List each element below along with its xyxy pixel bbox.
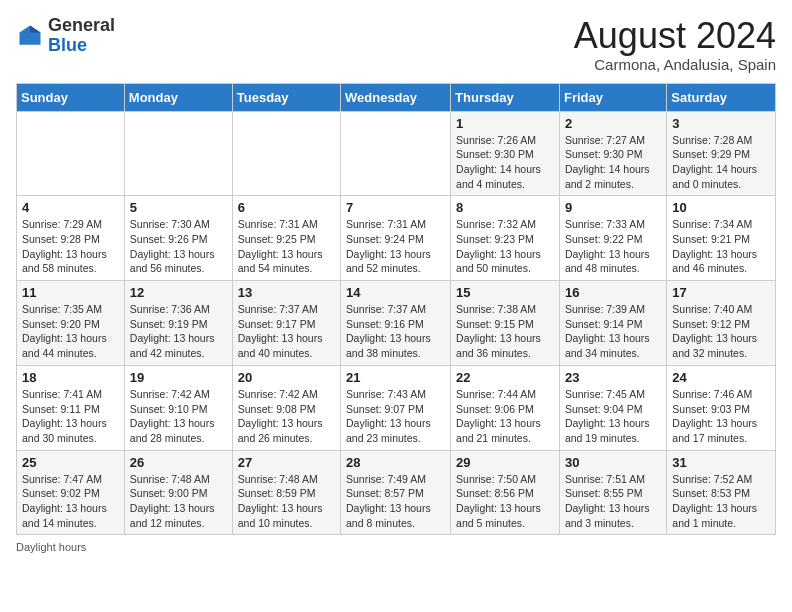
calendar-cell: 7Sunrise: 7:31 AMSunset: 9:24 PMDaylight… — [341, 196, 451, 281]
calendar-week-row: 1Sunrise: 7:26 AMSunset: 9:30 PMDaylight… — [17, 111, 776, 196]
day-number: 25 — [22, 455, 119, 470]
day-info: Sunrise: 7:33 AMSunset: 9:22 PMDaylight:… — [565, 217, 661, 276]
logo-blue: Blue — [48, 35, 87, 55]
day-info: Sunrise: 7:37 AMSunset: 9:16 PMDaylight:… — [346, 302, 445, 361]
calendar-cell: 14Sunrise: 7:37 AMSunset: 9:16 PMDayligh… — [341, 281, 451, 366]
day-number: 28 — [346, 455, 445, 470]
calendar-cell: 15Sunrise: 7:38 AMSunset: 9:15 PMDayligh… — [451, 281, 560, 366]
day-number: 31 — [672, 455, 770, 470]
weekday-header-row: SundayMondayTuesdayWednesdayThursdayFrid… — [17, 83, 776, 111]
day-info: Sunrise: 7:32 AMSunset: 9:23 PMDaylight:… — [456, 217, 554, 276]
calendar-cell: 4Sunrise: 7:29 AMSunset: 9:28 PMDaylight… — [17, 196, 125, 281]
day-number: 7 — [346, 200, 445, 215]
day-number: 16 — [565, 285, 661, 300]
page-header: General Blue August 2024 Carmona, Andalu… — [16, 16, 776, 73]
day-info: Sunrise: 7:28 AMSunset: 9:29 PMDaylight:… — [672, 133, 770, 192]
day-info: Sunrise: 7:42 AMSunset: 9:08 PMDaylight:… — [238, 387, 335, 446]
calendar-week-row: 18Sunrise: 7:41 AMSunset: 9:11 PMDayligh… — [17, 365, 776, 450]
day-info: Sunrise: 7:40 AMSunset: 9:12 PMDaylight:… — [672, 302, 770, 361]
calendar-cell — [232, 111, 340, 196]
svg-marker-1 — [30, 25, 41, 32]
calendar-cell: 26Sunrise: 7:48 AMSunset: 9:00 PMDayligh… — [124, 450, 232, 535]
day-number: 24 — [672, 370, 770, 385]
day-number: 9 — [565, 200, 661, 215]
day-info: Sunrise: 7:48 AMSunset: 9:00 PMDaylight:… — [130, 472, 227, 531]
day-info: Sunrise: 7:52 AMSunset: 8:53 PMDaylight:… — [672, 472, 770, 531]
month-year-title: August 2024 — [574, 16, 776, 56]
day-number: 12 — [130, 285, 227, 300]
day-number: 29 — [456, 455, 554, 470]
day-number: 14 — [346, 285, 445, 300]
day-info: Sunrise: 7:27 AMSunset: 9:30 PMDaylight:… — [565, 133, 661, 192]
day-info: Sunrise: 7:31 AMSunset: 9:24 PMDaylight:… — [346, 217, 445, 276]
calendar-cell: 30Sunrise: 7:51 AMSunset: 8:55 PMDayligh… — [559, 450, 666, 535]
day-info: Sunrise: 7:41 AMSunset: 9:11 PMDaylight:… — [22, 387, 119, 446]
calendar-cell: 10Sunrise: 7:34 AMSunset: 9:21 PMDayligh… — [667, 196, 776, 281]
day-number: 22 — [456, 370, 554, 385]
day-number: 3 — [672, 116, 770, 131]
day-info: Sunrise: 7:26 AMSunset: 9:30 PMDaylight:… — [456, 133, 554, 192]
calendar-cell: 22Sunrise: 7:44 AMSunset: 9:06 PMDayligh… — [451, 365, 560, 450]
day-info: Sunrise: 7:44 AMSunset: 9:06 PMDaylight:… — [456, 387, 554, 446]
weekday-header-tuesday: Tuesday — [232, 83, 340, 111]
calendar-cell: 12Sunrise: 7:36 AMSunset: 9:19 PMDayligh… — [124, 281, 232, 366]
day-info: Sunrise: 7:39 AMSunset: 9:14 PMDaylight:… — [565, 302, 661, 361]
title-block: August 2024 Carmona, Andalusia, Spain — [574, 16, 776, 73]
day-info: Sunrise: 7:49 AMSunset: 8:57 PMDaylight:… — [346, 472, 445, 531]
day-number: 19 — [130, 370, 227, 385]
calendar-table: SundayMondayTuesdayWednesdayThursdayFrid… — [16, 83, 776, 536]
calendar-cell: 27Sunrise: 7:48 AMSunset: 8:59 PMDayligh… — [232, 450, 340, 535]
calendar-cell — [341, 111, 451, 196]
calendar-cell: 11Sunrise: 7:35 AMSunset: 9:20 PMDayligh… — [17, 281, 125, 366]
calendar-cell: 16Sunrise: 7:39 AMSunset: 9:14 PMDayligh… — [559, 281, 666, 366]
day-number: 8 — [456, 200, 554, 215]
calendar-week-row: 11Sunrise: 7:35 AMSunset: 9:20 PMDayligh… — [17, 281, 776, 366]
calendar-cell: 21Sunrise: 7:43 AMSunset: 9:07 PMDayligh… — [341, 365, 451, 450]
calendar-cell: 19Sunrise: 7:42 AMSunset: 9:10 PMDayligh… — [124, 365, 232, 450]
calendar-cell: 25Sunrise: 7:47 AMSunset: 9:02 PMDayligh… — [17, 450, 125, 535]
logo-text: General Blue — [48, 16, 115, 56]
logo-icon — [16, 22, 44, 50]
day-info: Sunrise: 7:37 AMSunset: 9:17 PMDaylight:… — [238, 302, 335, 361]
weekday-header-sunday: Sunday — [17, 83, 125, 111]
day-info: Sunrise: 7:29 AMSunset: 9:28 PMDaylight:… — [22, 217, 119, 276]
day-number: 23 — [565, 370, 661, 385]
weekday-header-friday: Friday — [559, 83, 666, 111]
day-number: 11 — [22, 285, 119, 300]
calendar-week-row: 4Sunrise: 7:29 AMSunset: 9:28 PMDaylight… — [17, 196, 776, 281]
calendar-week-row: 25Sunrise: 7:47 AMSunset: 9:02 PMDayligh… — [17, 450, 776, 535]
calendar-cell — [17, 111, 125, 196]
calendar-cell: 9Sunrise: 7:33 AMSunset: 9:22 PMDaylight… — [559, 196, 666, 281]
calendar-cell: 8Sunrise: 7:32 AMSunset: 9:23 PMDaylight… — [451, 196, 560, 281]
day-number: 4 — [22, 200, 119, 215]
calendar-cell: 5Sunrise: 7:30 AMSunset: 9:26 PMDaylight… — [124, 196, 232, 281]
calendar-cell: 3Sunrise: 7:28 AMSunset: 9:29 PMDaylight… — [667, 111, 776, 196]
day-info: Sunrise: 7:36 AMSunset: 9:19 PMDaylight:… — [130, 302, 227, 361]
calendar-cell: 17Sunrise: 7:40 AMSunset: 9:12 PMDayligh… — [667, 281, 776, 366]
day-info: Sunrise: 7:30 AMSunset: 9:26 PMDaylight:… — [130, 217, 227, 276]
day-info: Sunrise: 7:47 AMSunset: 9:02 PMDaylight:… — [22, 472, 119, 531]
day-number: 26 — [130, 455, 227, 470]
day-info: Sunrise: 7:38 AMSunset: 9:15 PMDaylight:… — [456, 302, 554, 361]
calendar-cell: 13Sunrise: 7:37 AMSunset: 9:17 PMDayligh… — [232, 281, 340, 366]
day-number: 5 — [130, 200, 227, 215]
day-number: 21 — [346, 370, 445, 385]
weekday-header-saturday: Saturday — [667, 83, 776, 111]
logo: General Blue — [16, 16, 115, 56]
calendar-cell: 6Sunrise: 7:31 AMSunset: 9:25 PMDaylight… — [232, 196, 340, 281]
day-number: 27 — [238, 455, 335, 470]
calendar-cell: 31Sunrise: 7:52 AMSunset: 8:53 PMDayligh… — [667, 450, 776, 535]
day-number: 18 — [22, 370, 119, 385]
calendar-cell: 23Sunrise: 7:45 AMSunset: 9:04 PMDayligh… — [559, 365, 666, 450]
calendar-cell: 18Sunrise: 7:41 AMSunset: 9:11 PMDayligh… — [17, 365, 125, 450]
day-info: Sunrise: 7:35 AMSunset: 9:20 PMDaylight:… — [22, 302, 119, 361]
day-info: Sunrise: 7:31 AMSunset: 9:25 PMDaylight:… — [238, 217, 335, 276]
day-number: 30 — [565, 455, 661, 470]
calendar-cell: 1Sunrise: 7:26 AMSunset: 9:30 PMDaylight… — [451, 111, 560, 196]
day-number: 10 — [672, 200, 770, 215]
day-number: 17 — [672, 285, 770, 300]
calendar-cell — [124, 111, 232, 196]
day-info: Sunrise: 7:45 AMSunset: 9:04 PMDaylight:… — [565, 387, 661, 446]
location-subtitle: Carmona, Andalusia, Spain — [574, 56, 776, 73]
daylight-hours-label: Daylight hours — [16, 541, 86, 553]
